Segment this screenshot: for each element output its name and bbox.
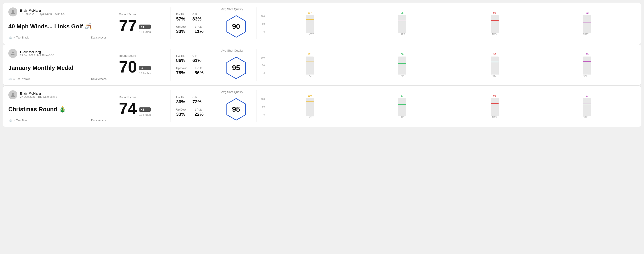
stat-label: GIR bbox=[192, 13, 202, 16]
stat-label: GIR bbox=[192, 54, 202, 57]
quality-label: Avg Shot Quality bbox=[221, 90, 243, 94]
bars-row: 100500101869699 bbox=[261, 53, 631, 75]
x-label: OTT bbox=[266, 33, 357, 36]
stat-label: Up/Down bbox=[176, 67, 187, 70]
bar-arg: 96 bbox=[451, 53, 539, 75]
bars-row: 100500110879593 bbox=[261, 94, 631, 116]
bar-fill bbox=[583, 23, 591, 33]
round-title: January Monthly Medal bbox=[8, 64, 106, 71]
bottom-stats: Up/Down33%1 Putt22% bbox=[176, 108, 210, 117]
x-label: APP bbox=[357, 75, 449, 77]
stat-value: 56% bbox=[194, 70, 204, 75]
hexagon-wrap: 90 bbox=[225, 13, 248, 39]
tee-info: ☁️ ≈ Tee: Black bbox=[8, 36, 29, 39]
stat-gir: GIR83% bbox=[192, 13, 202, 22]
bar-container bbox=[583, 57, 591, 75]
round-card-3: Blair McHarg27 Dec 2021 · The Oxfordshir… bbox=[3, 86, 641, 127]
stat-value: 11% bbox=[194, 29, 204, 34]
y-axis-label: 0 bbox=[261, 114, 265, 116]
stat-label: GIR bbox=[192, 96, 202, 99]
bar-line bbox=[490, 20, 499, 21]
hexagon-wrap: 95 bbox=[225, 55, 248, 81]
data-source: Data: Arccos bbox=[91, 77, 106, 81]
stat-fwHit: FW Hit57% bbox=[176, 13, 185, 22]
bar-value: 99 bbox=[586, 53, 588, 56]
bar-fill bbox=[583, 104, 591, 116]
card-footer: ☁️ ≈ Tee: YellowData: Arccos bbox=[8, 77, 106, 81]
score-number: 70 bbox=[119, 59, 137, 75]
bar-ott: 110 bbox=[266, 94, 354, 116]
round-title: Christmas Round 🎄 bbox=[8, 106, 106, 113]
svg-point-0 bbox=[12, 10, 14, 12]
svg-point-2 bbox=[12, 93, 14, 95]
chart-wrapper: 100500107959882OTTAPPARGPUTT bbox=[261, 11, 631, 36]
stats-section: FW Hit36%GIR72%Up/Down33%1 Putt22% bbox=[171, 90, 216, 122]
y-axis-label: 0 bbox=[261, 72, 265, 75]
stat-label: 1 Putt bbox=[194, 108, 204, 111]
bar-fill bbox=[490, 21, 499, 33]
round-meta: 12 Feb 2022 · Royal North Devon GC bbox=[20, 12, 65, 15]
bar-line bbox=[306, 19, 314, 20]
stat-value: 72% bbox=[192, 99, 202, 105]
stat-upDown: Up/Down78% bbox=[176, 67, 187, 75]
bar-line bbox=[583, 104, 591, 104]
stat-gir: GIR72% bbox=[192, 96, 202, 105]
stat-value: 57% bbox=[176, 16, 185, 22]
svg-point-1 bbox=[12, 52, 14, 53]
user-info: Blair McHarg27 Dec 2021 · The Oxfordshir… bbox=[20, 91, 57, 98]
bar-container bbox=[398, 57, 406, 75]
stat-value: 22% bbox=[194, 112, 204, 117]
stat-label: 1 Putt bbox=[194, 25, 204, 28]
bar-line bbox=[490, 62, 499, 62]
stat-label: Up/Down bbox=[176, 25, 187, 28]
top-stats: FW Hit36%GIR72% bbox=[176, 96, 210, 105]
chart-section: 100500110879593OTTAPPARGPUTT bbox=[256, 90, 636, 122]
user-header: Blair McHarg27 Dec 2021 · The Oxfordshir… bbox=[8, 90, 106, 99]
bar-fill bbox=[398, 105, 406, 116]
bar-fill bbox=[398, 64, 406, 75]
bar-value: 82 bbox=[586, 11, 588, 14]
bar-value: 86 bbox=[401, 53, 404, 56]
bar-ott: 107 bbox=[266, 11, 354, 33]
bar-fill bbox=[398, 21, 406, 33]
x-label: APP bbox=[357, 116, 449, 119]
stat-label: 1 Putt bbox=[194, 67, 204, 70]
chart-wrapper: 100500110879593OTTAPPARGPUTT bbox=[261, 94, 631, 119]
bar-value: 93 bbox=[586, 94, 588, 97]
score-badge: -2 bbox=[139, 66, 151, 70]
bar-putt: 93 bbox=[543, 94, 631, 116]
bar-value: 107 bbox=[308, 11, 312, 14]
user-header: Blair McHarg12 Feb 2022 · Royal North De… bbox=[8, 7, 106, 16]
y-axis-label: 50 bbox=[261, 23, 265, 25]
bars-container: 101869699 bbox=[266, 53, 631, 75]
bar-container bbox=[490, 15, 499, 33]
quality-section: Avg Shot Quality90 bbox=[216, 7, 256, 39]
card-left-section: Blair McHarg29 Jan 2022 · Mill Ride GCCJ… bbox=[8, 49, 112, 81]
score-section: Round Score77+518 Holes bbox=[112, 7, 171, 39]
stat-onePutt: 1 Putt56% bbox=[194, 67, 204, 75]
hexagon-wrap: 95 bbox=[225, 96, 248, 122]
bar-value: 95 bbox=[493, 94, 496, 97]
stat-label: FW Hit bbox=[176, 96, 185, 99]
bar-value: 101 bbox=[308, 53, 312, 56]
score-section: Round Score74+218 Holes bbox=[112, 90, 171, 122]
score-detail: +518 Holes bbox=[139, 24, 151, 33]
bars-row: 100500107959882 bbox=[261, 11, 631, 33]
user-info: Blair McHarg12 Feb 2022 · Royal North De… bbox=[20, 8, 65, 15]
x-label: OTT bbox=[266, 75, 357, 77]
bar-container bbox=[398, 98, 406, 116]
score-row: 70-218 Holes bbox=[119, 59, 164, 75]
stat-onePutt: 1 Putt11% bbox=[194, 25, 204, 34]
bar-container bbox=[306, 98, 314, 116]
x-labels: OTTAPPARGPUTT bbox=[266, 33, 631, 36]
bar-value: 95 bbox=[401, 11, 404, 14]
stat-label: FW Hit bbox=[176, 13, 185, 16]
x-label: PUTT bbox=[540, 33, 631, 36]
chart-section: 100500101869699OTTAPPARGPUTT bbox=[256, 49, 636, 81]
y-axis: 100500 bbox=[261, 98, 265, 116]
stat-upDown: Up/Down33% bbox=[176, 108, 187, 117]
round-card-1: Blair McHarg12 Feb 2022 · Royal North De… bbox=[3, 3, 641, 44]
y-axis-label: 50 bbox=[261, 106, 265, 108]
bar-line bbox=[398, 104, 406, 105]
bar-putt: 99 bbox=[543, 53, 631, 75]
